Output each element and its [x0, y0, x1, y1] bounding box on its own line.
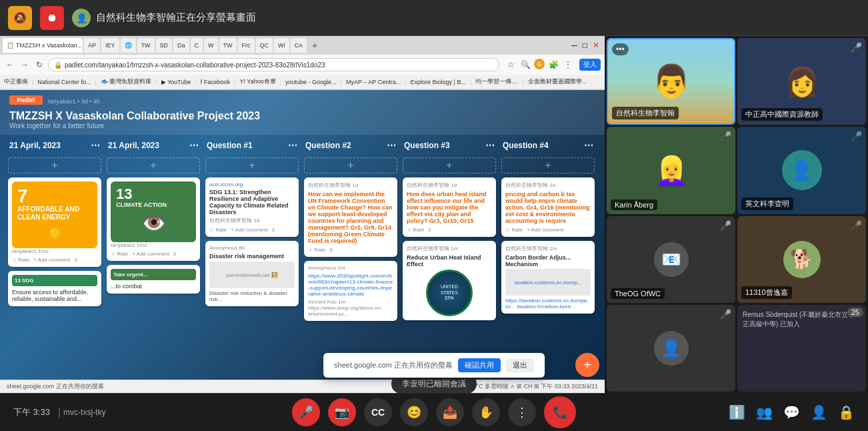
- browser-status-bar: sheet.google.com 正在共用你的螢幕 22°C 多雲時陰 ∧ ⊞ …: [0, 380, 605, 393]
- notification-icon[interactable]: 🔕: [8, 6, 32, 30]
- bookmark-youtube[interactable]: ▶ YouTube: [161, 79, 191, 85]
- browser-tab-gp[interactable]: 🌐: [121, 38, 136, 53]
- ocm-site[interactable]: ocm.iccrm.org: [209, 181, 295, 187]
- refresh-btn[interactable]: ↻: [33, 59, 45, 71]
- browser-tab-c[interactable]: C: [191, 38, 203, 53]
- more-options-button[interactable]: ⋮: [508, 398, 536, 426]
- browser-tab-tw2[interactable]: TW: [219, 38, 237, 53]
- forward-btn[interactable]: →: [19, 59, 31, 71]
- epa-author: 自然科生物李智翰 1m: [407, 245, 492, 252]
- extension-btn[interactable]: 🧩: [547, 59, 559, 71]
- minimize-btn[interactable]: ─: [571, 41, 577, 50]
- carbon-link[interactable]: https://taxation-customs.ec.europa.ec...…: [505, 298, 591, 310]
- participants-button[interactable]: 👥: [756, 404, 773, 420]
- browser-tab-wi[interactable]: Wi: [274, 38, 289, 53]
- maximize-btn[interactable]: □: [583, 41, 587, 50]
- video-tile-theog[interactable]: 📧 🎤 TheOG OfWC: [607, 216, 735, 303]
- browser-chrome: 📋 TMZZSH x Vasaskolan... ✕ AP IEY 🌐 TW S…: [0, 36, 605, 90]
- bookmark-facebook[interactable]: f Facebook: [201, 79, 231, 85]
- end-call-button[interactable]: 📞: [544, 396, 576, 428]
- bookmark-biology[interactable]: Explore Biology | B...: [411, 79, 466, 85]
- raise-hand-button[interactable]: ✋: [472, 398, 500, 426]
- bookmark-national[interactable]: National Center fo...: [37, 79, 91, 85]
- column-2-menu[interactable]: ⋯: [189, 140, 199, 151]
- sign-in-btn[interactable]: 登入: [579, 59, 601, 71]
- q4-title: pricing and carbon b tax would help impr…: [505, 191, 591, 224]
- add-comment[interactable]: + Add comment: [33, 257, 71, 263]
- video-tile-karin[interactable]: 👱‍♀️ 🎤 Karin Åberg: [607, 127, 735, 213]
- browser-tab-frc[interactable]: Frc: [238, 38, 255, 53]
- rate-icon-3[interactable]: ☆ Rate: [209, 227, 227, 233]
- video-tile-remus[interactable]: Remus Söderquist (不屬於臺北市立中正高級中學) 已加入 25: [737, 305, 866, 392]
- browser-tab-w[interactable]: W: [204, 38, 218, 53]
- bookmark-myap[interactable]: MyAP – AP Centra...: [346, 79, 401, 85]
- add-people-button[interactable]: 👤: [811, 404, 827, 420]
- column-1-menu[interactable]: ⋯: [91, 140, 100, 151]
- address-bar[interactable]: 🔒 padlet.com/tanyakao1/tmzzsh-x-vasaskol…: [48, 58, 499, 71]
- rate-icon-6[interactable]: ☆ Rate: [505, 227, 523, 233]
- close-btn[interactable]: ✕: [593, 41, 599, 50]
- browser-tab-sd[interactable]: SD: [156, 38, 173, 53]
- rate-icon-5[interactable]: ☆ Rate: [407, 227, 424, 233]
- screen-share-button[interactable]: 📤: [436, 398, 464, 426]
- record-icon[interactable]: ⏺: [40, 6, 64, 30]
- video-tile-empty[interactable]: 👤 🎤: [607, 305, 735, 392]
- liying-name: 英文科李壹明: [741, 197, 793, 210]
- add-comment-2[interactable]: + Add comment: [132, 251, 169, 257]
- rate-icon-4[interactable]: ☆ Rate: [308, 247, 325, 253]
- emoji-button[interactable]: 😊: [400, 398, 428, 426]
- video-tile-zeng[interactable]: 🐕 🎤 11310曾逸嘉: [737, 216, 866, 303]
- new-tab-button[interactable]: +: [308, 39, 321, 51]
- column-2-add[interactable]: +: [107, 157, 200, 173]
- add-comment-3[interactable]: + Add comment: [231, 227, 268, 233]
- captions-button[interactable]: CC: [364, 398, 392, 426]
- bookmark-zhongzheng[interactable]: 中正臺南: [4, 77, 28, 86]
- chat-button[interactable]: 💬: [783, 404, 800, 420]
- back-btn[interactable]: ←: [4, 59, 16, 71]
- safety-button[interactable]: 🔒: [838, 404, 855, 420]
- presenter-more[interactable]: •••: [612, 43, 629, 55]
- profile-btn[interactable]: G: [534, 59, 545, 69]
- anon-link[interactable]: https://www.2030spotlight.com/en/b ook/8…: [308, 273, 393, 297]
- add-comment-6[interactable]: + Add comment: [527, 227, 564, 233]
- browser-tab-qc[interactable]: QC: [256, 38, 273, 53]
- column-4-add[interactable]: +: [304, 157, 397, 173]
- rate-icon[interactable]: ☆ Rate: [12, 257, 29, 263]
- bookmark-btn[interactable]: ☆: [505, 59, 517, 71]
- browser-tab-da[interactable]: Da: [173, 38, 189, 53]
- browser-tab-ap[interactable]: AP: [84, 38, 100, 53]
- menu-btn[interactable]: ⋮: [562, 59, 574, 71]
- bookmark-fish[interactable]: 🐟 臺灣魚類資料庫: [101, 77, 152, 86]
- browser-tab-tw[interactable]: TW: [137, 38, 155, 53]
- cancel-share-button[interactable]: 退出: [506, 358, 534, 372]
- mute-button[interactable]: 🎤: [292, 398, 320, 426]
- column-6-add[interactable]: +: [501, 157, 595, 173]
- column-1-add[interactable]: +: [8, 157, 101, 173]
- video-button[interactable]: 📷: [328, 398, 356, 426]
- video-tile-liying[interactable]: 👤 🎤 英文科李壹明: [737, 127, 866, 213]
- info-button[interactable]: ℹ️: [729, 404, 745, 420]
- column-5-menu[interactable]: ⋯: [485, 140, 495, 151]
- column-3-menu[interactable]: ⋯: [288, 140, 297, 151]
- column-5-add[interactable]: +: [403, 157, 496, 173]
- zoom-btn[interactable]: 🔍: [519, 59, 531, 71]
- column-6-menu[interactable]: ⋯: [584, 140, 593, 151]
- vincent-text: Vincent Kao 1mhttps://www.unep.org/about…: [308, 299, 393, 317]
- video-tile-teacher[interactable]: 👩 🎤 中正高中國際資源教師: [737, 38, 866, 125]
- browser-tab-ca[interactable]: CA: [291, 38, 307, 53]
- browser-tab-iey[interactable]: IEY: [101, 38, 119, 53]
- browser-tab-padlet[interactable]: 📋 TMZZSH x Vasaskolan... ✕: [3, 38, 83, 53]
- bookmark-yahoo[interactable]: Y! Yahoo奇摩: [240, 77, 276, 86]
- bookmark-jun-yi[interactable]: 均一學習一傳....: [475, 77, 518, 86]
- padlet-logo: Padlet: [9, 95, 43, 105]
- column-3-add[interactable]: +: [205, 157, 299, 173]
- video-tile-presenter[interactable]: 👨 ••• 自然科生物李智翰: [607, 38, 735, 125]
- rate-icon-2[interactable]: ☆ Rate: [111, 251, 128, 257]
- confirm-share-button[interactable]: 確認共用: [458, 358, 501, 372]
- padlet-add-fab[interactable]: +: [575, 353, 599, 377]
- ocm-author: 自然科生物李智翰 1d: [209, 217, 295, 224]
- bookmark-google-youtube[interactable]: youtube - Google...: [285, 79, 337, 85]
- column-4-menu[interactable]: ⋯: [387, 140, 396, 151]
- bookmark-international[interactable]: 全面教材覆蓋國際學...: [528, 77, 587, 86]
- column-4-header: Question #2 ⋯: [304, 137, 397, 153]
